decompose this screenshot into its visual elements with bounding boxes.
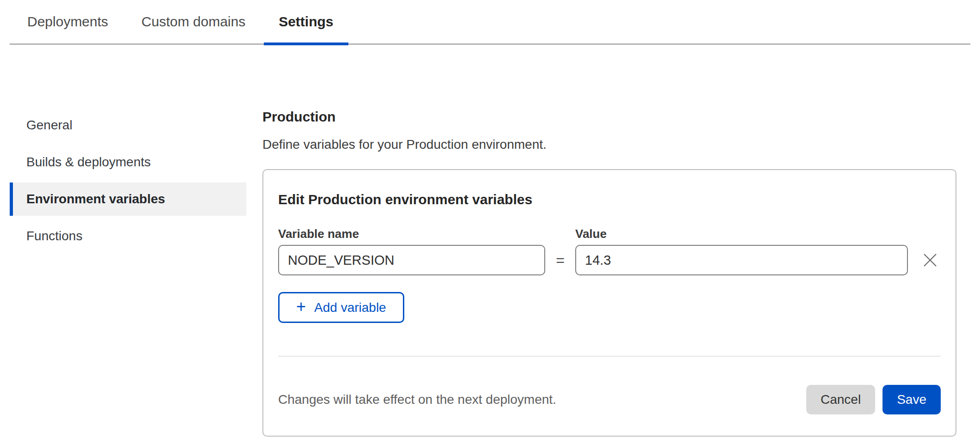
tab-settings[interactable]: Settings [279, 0, 333, 43]
variable-value-input[interactable] [575, 245, 908, 275]
save-button[interactable]: Save [883, 385, 941, 414]
cancel-button[interactable]: Cancel [806, 385, 875, 414]
value-label: Value [575, 227, 607, 241]
edit-variables-card: Edit Production environment variables Va… [262, 169, 956, 437]
project-tabbar: Deployments Custom domains Settings [10, 0, 970, 45]
add-variable-button[interactable]: + Add variable [278, 292, 404, 323]
sidebar-item-general[interactable]: General [10, 109, 246, 142]
sidebar-item-functions[interactable]: Functions [10, 219, 246, 253]
settings-content: General Builds & deployments Environment… [0, 45, 980, 437]
tab-deployments[interactable]: Deployments [27, 0, 108, 43]
plus-icon: + [296, 298, 306, 315]
tab-custom-domains[interactable]: Custom domains [141, 0, 245, 43]
card-divider [278, 356, 941, 357]
settings-sidebar: General Builds & deployments Environment… [10, 109, 246, 256]
add-variable-label: Add variable [314, 300, 386, 315]
x-icon [922, 252, 938, 268]
variable-row: = [278, 245, 941, 275]
page-title: Production [262, 109, 956, 125]
page-description: Define variables for your Production env… [262, 137, 956, 152]
variable-name-input[interactable] [278, 245, 545, 275]
field-labels-row: Variable name Value [278, 227, 941, 241]
footer-buttons: Cancel Save [806, 385, 941, 414]
sidebar-item-builds-deployments[interactable]: Builds & deployments [10, 146, 246, 179]
remove-variable-button[interactable] [919, 249, 941, 271]
environment-variables-panel: Production Define variables for your Pro… [262, 109, 956, 437]
card-footer: Changes will take effect on the next dep… [278, 385, 941, 414]
equals-separator: = [545, 252, 575, 269]
card-title: Edit Production environment variables [278, 191, 941, 208]
sidebar-item-environment-variables[interactable]: Environment variables [10, 182, 246, 216]
variable-name-label: Variable name [278, 227, 575, 241]
deployment-note: Changes will take effect on the next dep… [278, 392, 556, 407]
